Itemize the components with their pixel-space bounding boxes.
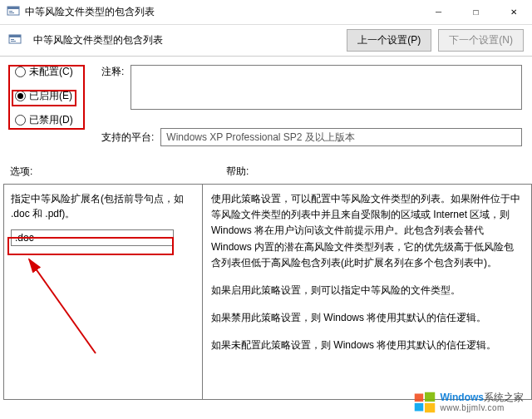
svg-rect-2 (9, 11, 12, 12)
radio-label-enabled: 已启用(E) (29, 89, 72, 103)
radio-icon (15, 115, 26, 126)
svg-rect-3 (9, 12, 14, 13)
help-paragraph: 如果未配置此策略设置，则 Windows 将使用其默认的信任逻辑。 (211, 338, 523, 353)
policy-icon (8, 34, 22, 47)
extensions-input[interactable] (11, 229, 174, 246)
minimize-button[interactable]: ─ (420, 0, 457, 24)
radio-enabled[interactable]: 已启用(E) (15, 89, 86, 103)
help-paragraph: 如果启用此策略设置，则可以指定中等风险的文件类型。 (211, 283, 523, 298)
radio-label-not-configured: 未配置(C) (29, 65, 73, 79)
subheader: 中等风险文件类型的包含列表 上一个设置(P) 下一个设置(N) (0, 25, 532, 57)
svg-rect-12 (425, 403, 435, 412)
svg-rect-7 (11, 41, 16, 42)
windows-logo-icon (413, 391, 436, 414)
comment-label: 注释: (101, 65, 124, 79)
radio-icon (15, 67, 26, 77)
watermark-url: www.bjjmlv.com (440, 403, 524, 413)
watermark-brand: WindowsWindows系统之家系统之家 (440, 392, 524, 403)
platform-label: 支持的平台: (101, 131, 154, 145)
radio-group: 未配置(C) 已启用(E) 已禁用(D) (15, 65, 86, 146)
radio-icon-checked (15, 91, 26, 101)
prev-setting-button[interactable]: 上一个设置(P) (347, 29, 431, 52)
titlebar: 中等风险文件类型的包含列表 ─ □ ✕ (0, 0, 532, 25)
next-setting-button[interactable]: 下一个设置(N) (438, 29, 524, 52)
options-instruction: 指定中等风险扩展名(包括前导句点，如 .doc 和 .pdf)。 (11, 191, 195, 221)
maximize-button[interactable]: □ (457, 0, 495, 24)
svg-rect-6 (11, 39, 14, 40)
platform-textbox: Windows XP Professional SP2 及以上版本 (160, 128, 522, 146)
help-paragraph: 如果禁用此策略设置，则 Windows 将使用其默认的信任逻辑。 (211, 310, 523, 326)
svg-rect-11 (415, 403, 424, 412)
svg-rect-10 (425, 392, 435, 402)
help-label: 帮助: (209, 165, 522, 179)
config-area: 未配置(C) 已启用(E) 已禁用(D) 注释: 支持的平台: Windows … (0, 57, 532, 146)
svg-rect-1 (7, 7, 19, 9)
radio-not-configured[interactable]: 未配置(C) (15, 65, 86, 79)
help-pane: 使用此策略设置，可以配置中等风险文件类型的列表。如果附件位于中等风险文件类型的列… (203, 184, 532, 400)
subheader-title: 中等风险文件类型的包含列表 (33, 33, 163, 47)
svg-rect-9 (415, 394, 424, 402)
content-split: 指定中等风险扩展名(包括前导句点，如 .doc 和 .pdf)。 使用此策略设置… (0, 184, 532, 400)
app-icon (7, 6, 20, 19)
radio-disabled[interactable]: 已禁用(D) (15, 113, 86, 127)
help-paragraph: 使用此策略设置，可以配置中等风险文件类型的列表。如果附件位于中等风险文件类型的列… (211, 191, 523, 271)
section-labels: 选项: 帮助: (0, 165, 532, 179)
options-pane: 指定中等风险扩展名(包括前导句点，如 .doc 和 .pdf)。 (3, 184, 203, 400)
svg-rect-5 (9, 35, 21, 37)
comment-textbox[interactable] (131, 65, 522, 110)
watermark: WindowsWindows系统之家系统之家 www.bjjmlv.com (413, 391, 524, 414)
window-title: 中等风险文件类型的包含列表 (25, 5, 420, 19)
window-controls: ─ □ ✕ (420, 0, 532, 24)
radio-label-disabled: 已禁用(D) (29, 113, 73, 127)
options-label: 选项: (10, 165, 209, 179)
close-button[interactable]: ✕ (495, 0, 532, 24)
